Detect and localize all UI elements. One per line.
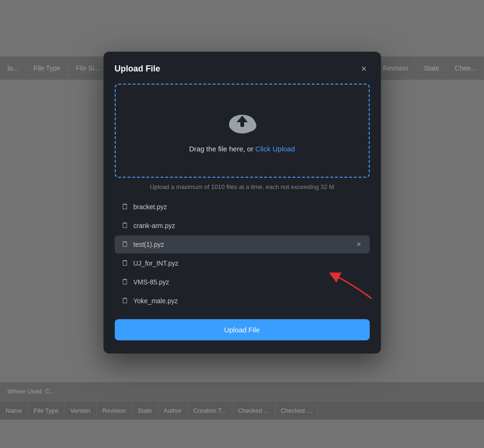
- file-name: VMS-85.pyz: [134, 278, 169, 286]
- file-list-item: 🗒bracket.pyz: [115, 198, 370, 216]
- file-remove-button[interactable]: ×: [355, 241, 363, 248]
- upload-cloud-icon: [225, 109, 259, 137]
- file-doc-icon: 🗒: [121, 221, 129, 230]
- file-doc-icon: 🗒: [121, 240, 129, 249]
- drop-text: Drag the file here, or Click Upload: [189, 145, 295, 153]
- upload-file-modal: Upload File × Drag the file here, or Cli…: [103, 52, 381, 354]
- modal-close-button[interactable]: ×: [358, 63, 370, 74]
- upload-file-button[interactable]: Upload File: [115, 319, 370, 340]
- upload-limit-text: Upload a maximum of 1010 files at a time…: [115, 183, 370, 190]
- modal-title: Upload File: [115, 64, 160, 74]
- file-list-item: 🗒test(1).pyz×: [115, 236, 370, 253]
- file-list-item: 🗒Yoke_male.pyz: [115, 292, 370, 310]
- click-upload-link[interactable]: Click Upload: [255, 145, 295, 153]
- modal-header: Upload File ×: [115, 63, 370, 74]
- file-doc-icon: 🗒: [121, 297, 129, 305]
- file-item-left: 🗒VMS-85.pyz: [121, 278, 169, 286]
- file-doc-icon: 🗒: [121, 278, 129, 286]
- file-name: test(1).pyz: [134, 241, 164, 248]
- file-item-left: 🗒crank-arm.pyz: [121, 221, 175, 230]
- file-list-item: 🗒UJ_for_INT.pyz: [115, 254, 370, 272]
- file-item-left: 🗒test(1).pyz: [121, 240, 164, 249]
- file-list-item: 🗒crank-arm.pyz: [115, 217, 370, 235]
- file-item-left: 🗒UJ_for_INT.pyz: [121, 259, 179, 267]
- file-item-left: 🗒Yoke_male.pyz: [121, 297, 178, 305]
- file-list-item: 🗒VMS-85.pyz: [115, 273, 370, 291]
- file-name: UJ_for_INT.pyz: [134, 259, 179, 267]
- file-name: crank-arm.pyz: [134, 222, 175, 229]
- file-item-left: 🗒bracket.pyz: [121, 203, 167, 211]
- file-list: 🗒bracket.pyz🗒crank-arm.pyz🗒test(1).pyz×🗒…: [115, 198, 370, 310]
- file-doc-icon: 🗒: [121, 203, 129, 211]
- file-name: Yoke_male.pyz: [134, 297, 178, 305]
- drop-zone[interactable]: Drag the file here, or Click Upload: [115, 84, 370, 178]
- file-name: bracket.pyz: [134, 203, 167, 211]
- file-doc-icon: 🗒: [121, 259, 129, 267]
